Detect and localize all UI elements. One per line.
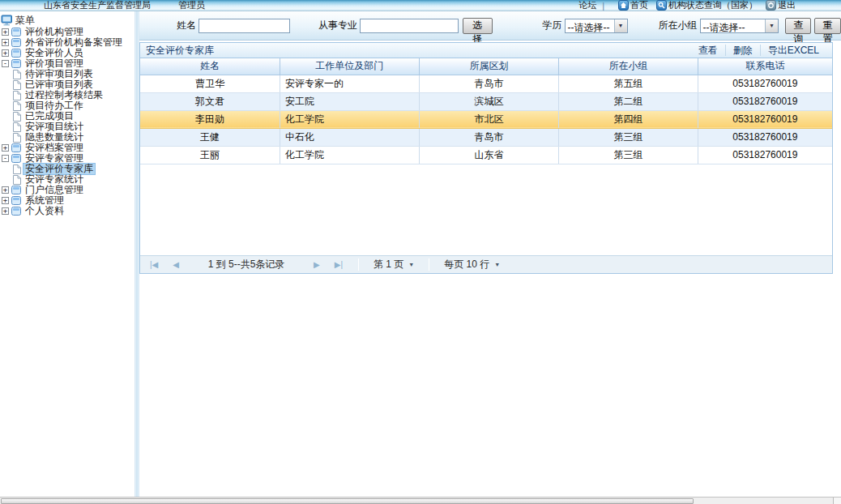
user-tab[interactable]: 管理员 [178,0,205,11]
top-links: 论坛 | 首页 机构状态查询（国家） 退出 [578,0,796,11]
cell-unit: 中石化 [280,128,420,146]
folder-icon [11,59,21,68]
page-icon [13,80,21,90]
choose-button[interactable]: 选择 [463,18,493,34]
prev-page-button[interactable]: ◀ [173,260,179,269]
sidebar-tree: 菜单 +评价机构管理+外省评价机构备案管理+安全评价人员-评价项目管理待评审项目… [0,11,134,216]
column-header[interactable]: 联系电话 [698,58,832,75]
folder-icon [11,28,21,36]
cell-district: 青岛市 [419,75,559,92]
expert-table-body: 曹卫华安评专家一的青岛市第五组053182760019郭文君安工院滨城区第二组0… [140,75,832,164]
page-size-value: 每页 10 行 [444,258,489,271]
collapse-toggle[interactable]: - [2,155,9,162]
expand-toggle[interactable]: + [2,28,9,36]
menu-computer-icon [1,15,14,27]
cell-phone: 053182760019 [698,75,832,92]
table-row[interactable]: 王丽化工学院山东省第三组053182760019 [140,146,832,164]
org-status-link[interactable]: 机构状态查询（国家） [668,0,758,11]
chevron-down-icon[interactable]: ▼ [765,19,778,32]
folder-icon [11,143,21,152]
profession-label: 从事专业 [318,19,357,32]
folder-icon [11,186,21,194]
education-selected-value: --请选择-- [566,19,614,32]
cell-group: 第五组 [559,75,698,92]
table-row[interactable]: 郭文君安工院滨城区第二组053182760019 [140,92,832,110]
page-icon [13,70,21,79]
reset-button[interactable]: 重置 [814,18,841,34]
page-icon [13,164,21,174]
cell-name: 郭文君 [140,92,280,110]
delete-button[interactable]: 删除 [725,45,760,56]
sidebar-item-label: 个人资料 [23,206,66,216]
chevron-down-icon[interactable]: ▼ [614,19,627,32]
home-link[interactable]: 首页 [630,0,648,11]
expand-toggle[interactable]: + [2,207,9,215]
sidebar-item[interactable]: +个人资料 [0,206,134,216]
sidebar-root-label: 菜单 [15,14,35,28]
table-row[interactable]: 李田勋化工学院市北区第四组053182760019 [140,110,832,128]
sidebar-item[interactable]: +系统管理 [0,195,134,206]
page-size-select[interactable]: 每页 10 行 ▼ [444,258,500,271]
education-select[interactable]: --请选择-- ▼ [565,19,628,33]
home-icon [618,0,629,11]
group-select[interactable]: --请选择-- ▼ [700,19,779,33]
page-number-value: 第 1 页 [374,258,403,271]
page-icon [13,91,21,100]
view-button[interactable]: 查看 [691,45,725,56]
next-page-button[interactable]: ▶ [314,260,320,269]
page-icon [13,133,21,143]
cell-district: 青岛市 [419,128,559,146]
column-header[interactable]: 姓名 [140,58,280,75]
cell-group: 第二组 [559,92,698,110]
scroll-right-button[interactable] [833,498,841,504]
export-excel-button[interactable]: 导出EXCEL [760,45,826,56]
last-page-button[interactable]: ▶| [335,260,343,269]
cell-group: 第三组 [559,128,698,146]
page-icon [13,122,21,132]
pager-divider [429,258,429,271]
panel-toolbar: 查看 删除 导出EXCEL [691,45,826,56]
horizontal-scrollbar[interactable] [0,497,841,504]
page-icon [13,101,21,111]
cell-district: 滨城区 [419,92,559,110]
page-number-select[interactable]: 第 1 页 ▼ [374,258,414,271]
name-input[interactable] [199,19,290,33]
group-selected-value: --请选择-- [701,19,765,32]
collapse-toggle[interactable]: - [2,60,9,67]
expand-toggle[interactable]: + [2,49,9,57]
table-row[interactable]: 王健中石化青岛市第三组053182760019 [140,128,832,146]
expand-toggle[interactable]: + [2,39,9,46]
top-bar: 山东省安全生产监督管理局 管理员 论坛 | 首页 机构状态查询（国家） 退出 [0,0,841,11]
group-label: 所在小组 [659,19,698,32]
logout-link[interactable]: 退出 [778,0,796,11]
cell-phone: 053182760019 [698,146,832,164]
pager-divider [358,258,359,271]
folder-icon [11,38,21,47]
expand-toggle[interactable]: + [2,144,9,152]
table-row[interactable]: 曹卫华安评专家一的青岛市第五组053182760019 [140,75,832,92]
record-range-text: 1 到 5--共5条记录 [190,258,303,271]
app-title: 山东省安全生产监督管理局 [44,0,151,11]
cell-unit: 安工院 [280,92,420,110]
education-label: 学历 [543,19,562,32]
cell-unit: 化工学院 [280,146,420,164]
cell-name: 李田勋 [140,110,280,128]
first-page-button[interactable]: |◀ [150,260,158,269]
column-header[interactable]: 所属区划 [419,58,559,75]
expand-toggle[interactable]: + [2,186,9,194]
forum-link[interactable]: 论坛 [578,0,596,11]
scrollbar-thumb[interactable] [1,498,694,504]
sidebar: 菜单 +评价机构管理+外省评价机构备案管理+安全评价人员-评价项目管理待评审项目… [0,11,134,497]
cell-district: 市北区 [419,110,559,128]
cell-group: 第三组 [559,146,698,164]
profession-input[interactable] [360,19,459,33]
cell-name: 曹卫华 [140,75,280,92]
column-header[interactable]: 工作单位及部门 [280,58,420,75]
expand-toggle[interactable]: + [2,197,9,204]
column-header[interactable]: 所在小组 [559,58,698,75]
sidebar-root[interactable]: 菜单 [0,14,134,27]
expert-table: 姓名工作单位及部门所属区划所在小组联系电话 曹卫华安评专家一的青岛市第五组053… [140,58,832,164]
query-button[interactable]: 查询 [785,18,812,34]
page-icon [13,112,21,122]
sidebar-item[interactable]: +门户信息管理 [0,185,134,195]
